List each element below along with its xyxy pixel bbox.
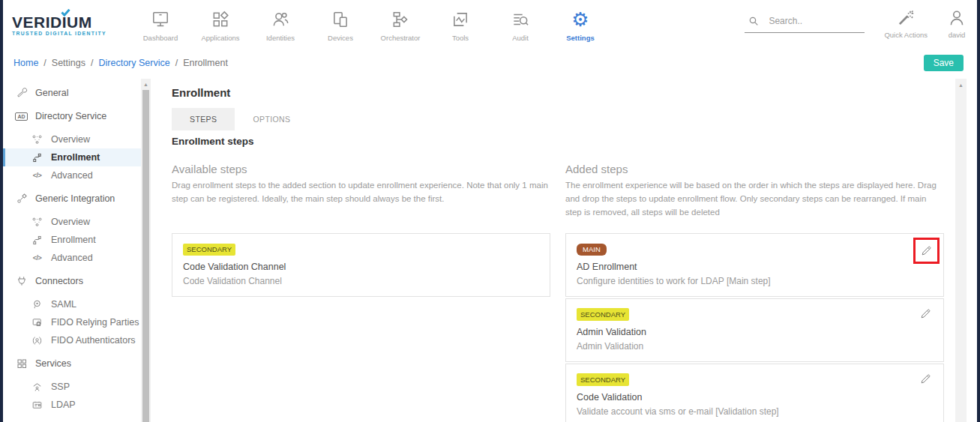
sidebar-item-gi-enrollment[interactable]: Enrollment [3,231,141,249]
sidebar-item-label: SSP [51,382,70,392]
sidebar-item-directory-service[interactable]: AD Directory Service [3,107,141,125]
breadcrumb-separator: / [43,58,46,68]
sidebar-item-saml[interactable]: SAML [3,295,141,313]
sidebar-item-label: LDAP [51,400,76,410]
main-scrollbar[interactable]: ▲ [955,79,967,422]
status-badge: SECONDARY [183,244,235,256]
veridium-logo[interactable]: VERIDIUM TRUSTED DIGITAL IDENTITY [12,11,117,36]
logo-text-pre: VERID [12,13,62,31]
added-steps-title: Added steps [565,163,944,175]
sidebar-item-ldap[interactable]: LDAP [3,396,141,414]
sidebar-item-label: FIDO Relying Parties [51,317,139,328]
nav-item-orchestrator[interactable]: Orchestrator [370,4,430,42]
breadcrumb-separator: / [91,58,93,68]
nav-item-devices[interactable]: Devices [310,4,370,42]
sidebar-item-services[interactable]: Services [3,355,141,373]
sidebar-item-label: Overview [51,134,90,145]
sidebar-item-generic-integration[interactable]: Generic Integration [3,190,141,208]
breadcrumb-directory-service[interactable]: Directory Service [98,58,169,68]
step-card-admin-validation[interactable]: SECONDARY Admin Validation Admin Validat… [565,298,944,362]
nav-item-settings[interactable]: ⚙ Settings [550,4,610,42]
status-badge: SECONDARY [577,308,629,320]
available-steps-column: Available steps Drag enrollment steps to… [172,163,550,422]
sidebar-item-ds-enrollment[interactable]: Enrollment [3,148,141,166]
nav-item-tools[interactable]: Tools [430,4,490,42]
search-box[interactable] [745,13,865,33]
sidebar-item-label: Services [35,358,71,369]
gear-icon: ⚙ [550,9,610,30]
sidebar-item-ds-overview[interactable]: Overview [3,130,141,148]
nodes-icon [31,134,43,145]
save-button[interactable]: Save [924,55,964,71]
card-icon [31,400,43,411]
page-title: Enrollment [172,86,944,99]
step-card-code-validation-channel[interactable]: SECONDARY Code Validation Channel Code V… [172,233,550,297]
sidebar-scrollbar[interactable]: ▲ [141,79,151,422]
quick-actions-label: Quick Actions [884,31,928,39]
step-card-ad-enrollment[interactable]: MAIN AD Enrollment Configure identities … [565,233,944,297]
sidebar-item-label: Advanced [51,253,93,263]
sidebar-item-gi-overview[interactable]: Overview [3,213,141,231]
quick-actions-button[interactable]: Quick Actions [884,7,928,39]
nav-item-dashboard[interactable]: Dashboard [130,4,190,42]
content-area: General AD Directory Service Overview En… [3,79,977,422]
step-card-subtitle: Code Validation Channel [183,276,539,286]
integration-icon [15,193,28,205]
sidebar-item-label: Enrollment [51,235,96,245]
code-icon: </> [31,254,43,262]
main-nav: Dashboard Applications Identities Device… [130,4,610,42]
available-steps-list: SECONDARY Code Validation Channel Code V… [172,233,550,297]
breadcrumb-home[interactable]: Home [13,58,38,68]
step-card-title: AD Enrollment [577,262,933,272]
nav-label: Identities [250,34,310,42]
grid-icon [15,358,28,370]
scroll-up-arrow-icon[interactable]: ▲ [955,79,967,88]
logo-text-post: UM [67,13,92,31]
edit-pencil-icon[interactable] [919,307,932,321]
devices-icon [310,9,370,30]
roof-person-icon [31,382,43,393]
tab-options[interactable]: OPTIONS [235,108,308,130]
user-menu[interactable]: david [947,7,967,39]
red-highlight-box [913,238,940,264]
edit-pencil-icon[interactable] [919,373,932,386]
available-steps-description: Drag enrollment steps to the added secti… [172,179,550,221]
nav-label: Devices [310,34,370,42]
breadcrumb: Home / Settings / Directory Service / En… [13,58,228,68]
sidebar-item-gi-advanced[interactable]: </> Advanced [3,249,141,267]
tab-steps[interactable]: STEPS [172,108,235,130]
added-steps-list: MAIN AD Enrollment Configure identities … [565,233,944,422]
status-badge: SECONDARY [577,373,629,385]
added-steps-description: The enrollment experience will be based … [565,179,944,221]
breadcrumb-enrollment: Enrollment [183,58,228,68]
step-card-title: Code Validation [577,392,933,403]
step-card-subtitle: Configure identities to work for LDAP [M… [577,276,933,286]
scroll-up-arrow-icon[interactable]: ▲ [141,79,151,87]
sidebar-scrollbar-thumb[interactable] [142,90,149,422]
edit-pencil-icon[interactable] [920,244,934,258]
route-icon [31,235,43,246]
sidebar-item-fido-authenticators[interactable]: FIDO Authenticators [3,331,141,349]
user-name-label: david [947,31,967,39]
added-steps-column: Added steps The enrollment experience wi… [565,163,944,422]
search-input[interactable] [769,16,851,26]
audit-icon [490,9,550,30]
nav-item-identities[interactable]: Identities [250,4,310,42]
browser-lock-icon [31,317,43,328]
top-header: VERIDIUM TRUSTED DIGITAL IDENTITY Dashbo… [3,0,977,46]
sidebar-item-fido-relying-parties[interactable]: FIDO Relying Parties [3,313,141,331]
section-title: Enrollment steps [172,136,944,147]
sidebar-item-general[interactable]: General [3,84,141,102]
sidebar-item-label: Enrollment [51,152,100,163]
sidebar-item-ssp[interactable]: SSP [3,378,141,396]
step-card-title: Admin Validation [577,327,933,337]
status-badge: MAIN [577,244,607,256]
apps-icon [190,9,250,30]
nav-item-audit[interactable]: Audit [490,4,550,42]
sidebar-item-ds-advanced[interactable]: </> Advanced [3,166,141,184]
sidebar-item-connectors[interactable]: Connectors [3,272,141,290]
nav-label: Orchestrator [370,34,430,42]
nav-item-applications[interactable]: Applications [190,4,250,42]
step-card-code-validation[interactable]: SECONDARY Code Validation Validate accou… [565,364,944,422]
route-icon [31,152,43,163]
